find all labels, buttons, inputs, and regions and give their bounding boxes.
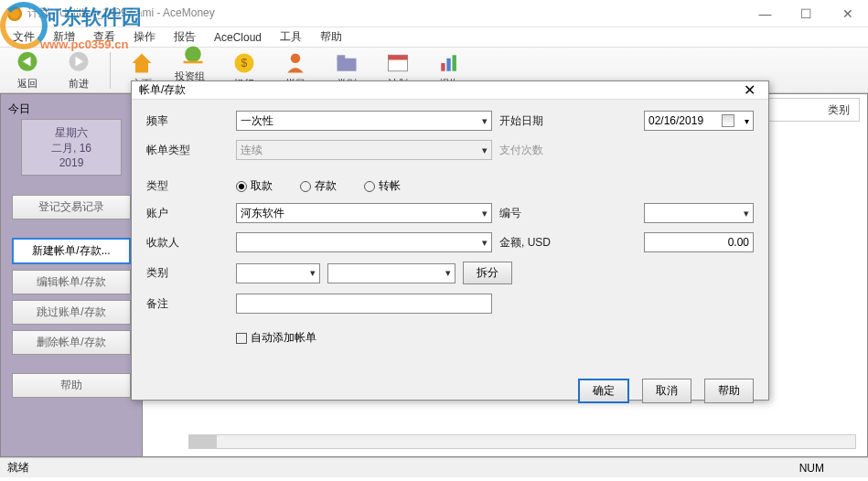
forward-button[interactable]: 前进 bbox=[59, 48, 99, 92]
svg-point-2 bbox=[185, 47, 201, 63]
folder-icon bbox=[334, 50, 359, 76]
ok-button[interactable]: 确定 bbox=[578, 379, 629, 403]
chart-icon bbox=[436, 50, 462, 76]
dialog-body: 频率 一次性 开始日期 02/16/2019 帐单类型 连续 支付次数 类型 取… bbox=[132, 100, 768, 366]
memo-input[interactable] bbox=[236, 294, 492, 314]
forward-label: 前进 bbox=[69, 77, 89, 91]
dialog-help-button[interactable]: 帮助 bbox=[704, 379, 754, 403]
label-bill-type: 帐单类型 bbox=[146, 143, 229, 158]
svg-text:$: $ bbox=[241, 57, 248, 69]
radio-dot-icon bbox=[364, 181, 375, 192]
home-icon bbox=[129, 50, 155, 76]
left-panel: 今日 星期六 二月, 16 2019 登记交易记录 新建帐单/存款... 编辑帐… bbox=[0, 93, 143, 457]
dialog-close-button[interactable]: ✕ bbox=[738, 81, 761, 99]
sidebar-help[interactable]: 帮助 bbox=[12, 373, 131, 398]
category-combo-2[interactable] bbox=[327, 263, 455, 283]
svg-rect-9 bbox=[389, 55, 408, 59]
menu-actions[interactable]: 操作 bbox=[124, 27, 165, 47]
radio-transfer-label: 转帐 bbox=[379, 178, 401, 194]
svg-rect-10 bbox=[441, 63, 445, 71]
amount-input[interactable] bbox=[644, 232, 754, 252]
label-category: 类别 bbox=[146, 265, 229, 281]
radio-deposit[interactable]: 存款 bbox=[300, 178, 337, 194]
dialog-footer: 确定 取消 帮助 bbox=[132, 371, 768, 414]
menu-acecloud[interactable]: AceCloud bbox=[205, 29, 271, 46]
bill-type-combo: 连续 bbox=[236, 140, 492, 160]
calendar-picker-icon[interactable] bbox=[722, 114, 734, 127]
portfolio-icon bbox=[180, 43, 206, 69]
status-num: NUM bbox=[799, 462, 824, 475]
auto-add-label: 自动添加帐单 bbox=[251, 331, 316, 344]
cancel-button[interactable]: 取消 bbox=[642, 379, 691, 403]
dialog-titlebar: 帐单/存款 ✕ bbox=[132, 81, 768, 100]
number-combo[interactable] bbox=[644, 203, 754, 223]
menubar: 文件 新增 查看 操作 报告 AceCloud 工具 帮助 bbox=[0, 27, 868, 48]
sidebar-new-bill[interactable]: 新建帐单/存款... bbox=[12, 238, 131, 264]
person-icon bbox=[283, 50, 308, 76]
column-header-category[interactable]: 类别 bbox=[828, 102, 850, 118]
toolbar-separator bbox=[110, 52, 111, 89]
label-pay-count: 支付次数 bbox=[499, 143, 563, 158]
maximize-button[interactable]: ☐ bbox=[786, 0, 827, 27]
account-combo[interactable]: 河东软件 bbox=[236, 203, 492, 223]
split-button[interactable]: 拆分 bbox=[463, 262, 512, 284]
frequency-value: 一次性 bbox=[241, 113, 273, 129]
menu-new[interactable]: 新增 bbox=[44, 27, 84, 47]
menu-view[interactable]: 查看 bbox=[84, 27, 124, 47]
auto-add-checkbox[interactable]: 自动添加帐单 bbox=[236, 330, 316, 346]
status-right: NUM bbox=[799, 462, 861, 475]
calendar-icon bbox=[385, 50, 411, 76]
bill-dialog: 帐单/存款 ✕ 频率 一次性 开始日期 02/16/2019 帐单类型 连续 支… bbox=[131, 80, 769, 401]
radio-deposit-label: 存款 bbox=[315, 178, 337, 194]
horizontal-scrollbar[interactable] bbox=[188, 434, 856, 449]
monthday: 二月, 16 bbox=[27, 141, 115, 156]
minimize-button[interactable]: — bbox=[745, 0, 786, 27]
account-value: 河东软件 bbox=[241, 206, 284, 221]
label-frequency: 频率 bbox=[146, 113, 229, 129]
checkbox-icon bbox=[236, 333, 247, 344]
label-account: 账户 bbox=[146, 206, 229, 221]
scroll-thumb[interactable] bbox=[189, 435, 217, 448]
start-date-input[interactable]: 02/16/2019 bbox=[644, 111, 754, 131]
year: 2019 bbox=[27, 156, 115, 169]
svg-rect-6 bbox=[338, 58, 357, 70]
today-section: 今日 星期六 二月, 16 2019 bbox=[5, 98, 138, 185]
forward-arrow-icon bbox=[66, 50, 91, 76]
back-label: 返回 bbox=[17, 77, 38, 91]
sidebar-record-transaction[interactable]: 登记交易记录 bbox=[12, 195, 131, 219]
weekday: 星期六 bbox=[27, 125, 115, 141]
category-combo-1[interactable] bbox=[236, 263, 320, 283]
today-label: 今日 bbox=[8, 102, 134, 117]
back-arrow-icon bbox=[15, 50, 40, 76]
back-button[interactable]: 返回 bbox=[7, 48, 48, 92]
radio-withdraw-label: 取款 bbox=[251, 178, 273, 194]
coin-icon: $ bbox=[231, 50, 257, 76]
svg-rect-7 bbox=[338, 55, 346, 59]
radio-transfer[interactable]: 转帐 bbox=[364, 178, 401, 194]
app-icon bbox=[7, 6, 22, 21]
sidebar-edit-bill[interactable]: 编辑帐单/存款 bbox=[12, 270, 131, 294]
label-memo: 备注 bbox=[146, 296, 229, 312]
menu-file[interactable]: 文件 bbox=[4, 27, 44, 47]
status-ready: 就绪 bbox=[7, 460, 29, 476]
radio-dot-icon bbox=[300, 181, 311, 192]
label-amount: 金额, USD bbox=[499, 235, 563, 251]
label-payee: 收款人 bbox=[146, 235, 229, 251]
sidebar-skip-bill[interactable]: 跳过账单/存款 bbox=[12, 300, 131, 325]
sidebar-delete-bill[interactable]: 删除帐单/存款 bbox=[12, 330, 131, 355]
menu-help[interactable]: 帮助 bbox=[311, 27, 351, 47]
svg-rect-12 bbox=[453, 55, 456, 71]
dialog-title-text: 帐单/存款 bbox=[139, 82, 186, 98]
label-number: 编号 bbox=[499, 206, 563, 221]
label-type: 类型 bbox=[146, 178, 229, 194]
close-button[interactable]: ✕ bbox=[827, 0, 868, 27]
start-date-value: 02/16/2019 bbox=[648, 114, 703, 127]
radio-withdraw[interactable]: 取款 bbox=[236, 178, 273, 194]
statusbar: 就绪 NUM bbox=[0, 457, 868, 477]
frequency-combo[interactable]: 一次性 bbox=[236, 111, 492, 131]
window-titlebar: 计划 - Untitled_14097.ami - AceMoney — ☐ ✕ bbox=[0, 0, 868, 27]
menu-tools[interactable]: 工具 bbox=[271, 27, 311, 47]
svg-rect-11 bbox=[446, 58, 450, 70]
payee-combo[interactable] bbox=[236, 232, 492, 252]
window-title: 计划 - Untitled_14097.ami - AceMoney bbox=[27, 5, 745, 21]
